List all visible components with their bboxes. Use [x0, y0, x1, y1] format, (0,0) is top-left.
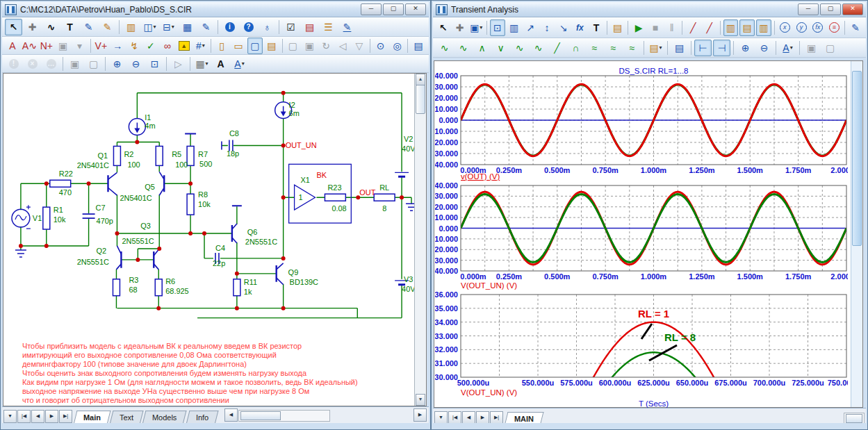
- grid-options-button[interactable]: ▦▾: [193, 56, 211, 72]
- edit-waveform-button[interactable]: ✎: [848, 19, 863, 36]
- data-points-button[interactable]: ▥: [723, 19, 739, 36]
- x-values-button[interactable]: x: [778, 19, 793, 36]
- web-region-button[interactable]: ♁: [259, 19, 276, 35]
- voltage-marker-button[interactable]: V+: [93, 38, 108, 54]
- valley-marker-button[interactable]: ∨: [492, 40, 509, 56]
- zoom-x-button[interactable]: ↗: [523, 19, 538, 36]
- envelope-top-button[interactable]: ≈: [586, 40, 603, 56]
- font-button[interactable]: A: [212, 56, 229, 72]
- close-button[interactable]: ✕: [842, 3, 863, 15]
- find-component-button[interactable]: ⊙: [373, 38, 388, 54]
- zoom-in-button[interactable]: ⊕: [108, 56, 126, 72]
- minimize-button[interactable]: ─: [361, 3, 382, 15]
- tab-info[interactable]: Info: [186, 411, 218, 424]
- peak-marker-button[interactable]: ∧: [473, 40, 491, 56]
- fx-scale-button[interactable]: fx: [572, 19, 587, 36]
- pan-button[interactable]: ✚: [452, 19, 468, 36]
- last-page-button[interactable]: ▶|: [59, 410, 72, 423]
- select-region-button[interactable]: ▢: [247, 38, 263, 54]
- hscroll-thumb[interactable]: [846, 414, 862, 423]
- wizard-button[interactable]: ✎: [338, 19, 356, 35]
- grid-button[interactable]: #▾: [193, 38, 208, 54]
- node-names-button[interactable]: N+: [39, 38, 54, 54]
- maximize-button[interactable]: ▢: [383, 3, 404, 15]
- prev-page-button[interactable]: ◀: [31, 410, 44, 423]
- plot-canvas[interactable]: 40.00030.00020.00010.0000.000-10.000-20.…: [434, 60, 863, 408]
- info-button[interactable]: i: [221, 19, 238, 35]
- schematic-drawing[interactable]: I14mI26mR22470V1R110kC7470pQ12N5401CR210…: [3, 74, 415, 406]
- checkbox-button[interactable]: ☑: [282, 19, 300, 35]
- find-button[interactable]: ◎: [390, 38, 405, 54]
- zoom-out-button[interactable]: ⊖: [755, 40, 773, 56]
- select-button[interactable]: ↖: [5, 19, 22, 35]
- font-button[interactable]: A▾: [779, 40, 796, 56]
- plot-svg-1[interactable]: 40.00030.00020.00010.0000.000-10.000-20.…: [435, 68, 848, 181]
- page-list-button[interactable]: ▼: [3, 410, 17, 423]
- envelope-button[interactable]: ≈: [623, 40, 641, 56]
- condition-marker-button[interactable]: ✓: [143, 38, 158, 54]
- cursor-right-button[interactable]: ╱: [702, 19, 717, 36]
- scroll-left-icon[interactable]: ◀: [224, 408, 238, 422]
- minimize-button[interactable]: ─: [798, 3, 819, 15]
- inflection-button[interactable]: ∩: [567, 40, 584, 56]
- schematic-vertical-scrollbar[interactable]: ▲ ▼: [414, 74, 426, 406]
- plot-svg-2[interactable]: 40.00030.00020.00010.0000.000-10.000-20.…: [435, 181, 848, 290]
- flow-chart-button[interactable]: ⊟▾: [160, 19, 177, 35]
- scroll-right-icon[interactable]: ▶: [413, 408, 427, 422]
- tokens-button[interactable]: ▤: [739, 19, 755, 36]
- first-page-button[interactable]: |◀: [17, 410, 31, 423]
- zoom-out-button[interactable]: ⊖: [127, 56, 145, 72]
- spreadsheet-button[interactable]: ▦: [179, 19, 196, 35]
- hscroll-thumb[interactable]: [240, 411, 281, 420]
- peak-button[interactable]: ∿: [436, 40, 453, 56]
- title-block-button[interactable]: ▯: [214, 38, 229, 54]
- line-draw-button[interactable]: ✎: [80, 19, 97, 35]
- bus-button[interactable]: ▥: [122, 19, 140, 35]
- tab-main[interactable]: Main: [74, 411, 111, 424]
- comment-pen-button[interactable]: ✎: [99, 19, 116, 35]
- wire-mode-button[interactable]: ∿: [42, 19, 60, 35]
- tab-text[interactable]: Text: [110, 411, 144, 424]
- cursor-left-button[interactable]: ╱: [685, 19, 701, 36]
- copy-graph-button[interactable]: ▣▾: [468, 19, 484, 36]
- ruler-button[interactable]: ▥: [756, 19, 771, 36]
- schematic-titlebar[interactable]: C:\MC12\DATA\Petrov\Huan_Pablo\DS_S.CIR …: [2, 2, 429, 17]
- layers-button[interactable]: ☰: [320, 19, 337, 35]
- envelope-bottom-button[interactable]: ≈: [605, 40, 622, 56]
- zoom-y-button[interactable]: ↕: [539, 19, 555, 36]
- scroll-up-icon[interactable]: ▲: [416, 74, 425, 85]
- schematic-canvas[interactable]: I14mI26mR22470V1R110kC7470pQ12N5401CR210…: [3, 73, 427, 406]
- valley-button[interactable]: ∿: [455, 40, 472, 56]
- rise-button[interactable]: ∿: [511, 40, 528, 56]
- animate-button[interactable]: ✎: [197, 19, 215, 35]
- slope-button[interactable]: ╱: [548, 40, 566, 56]
- node-voltages-button[interactable]: A∿: [22, 38, 38, 54]
- scroll-down-icon[interactable]: ▼: [416, 394, 425, 406]
- next-page-button[interactable]: ▶: [45, 410, 58, 423]
- text-mode-button[interactable]: T: [589, 19, 604, 36]
- cursor-graph-button[interactable]: ▥: [507, 19, 522, 36]
- clipboard-button[interactable]: ▤▾: [647, 40, 664, 56]
- scale-box-button[interactable]: ⊡: [490, 19, 505, 36]
- help-mode-button[interactable]: ?: [240, 19, 257, 35]
- analysis-titlebar[interactable]: Transient Analysis ─ ▢ ✕: [433, 2, 866, 17]
- fx-values-button[interactable]: fx: [810, 19, 826, 36]
- notepad-button[interactable]: ▤: [411, 38, 426, 54]
- border-block-button[interactable]: ▭: [231, 38, 246, 54]
- y-values-button[interactable]: y: [794, 19, 809, 36]
- zoom-both-button[interactable]: ↘: [556, 19, 571, 36]
- plot-vertical-scrollbar[interactable]: [851, 61, 862, 407]
- tab-models[interactable]: Models: [142, 411, 187, 424]
- run-button[interactable]: ▶: [631, 19, 646, 36]
- current-marker-button[interactable]: →: [110, 38, 125, 54]
- maximize-button[interactable]: ▢: [820, 3, 841, 15]
- zoom-scale-button[interactable]: ⊡: [146, 56, 163, 72]
- plot-svg-3[interactable]: 36.00035.00034.00033.00032.00031.00030.0…: [435, 290, 848, 408]
- font-color-button[interactable]: A▾: [231, 56, 248, 72]
- properties-button[interactable]: ▤: [610, 19, 625, 36]
- scroll-thumb[interactable]: [416, 85, 425, 114]
- goto-branch-button[interactable]: ≡: [827, 19, 842, 36]
- pin-marker-button[interactable]: ∞: [160, 38, 175, 54]
- schematic-horizontal-scrollbar[interactable]: ◀ ▶: [224, 408, 427, 423]
- fall-button[interactable]: ∿: [530, 40, 547, 56]
